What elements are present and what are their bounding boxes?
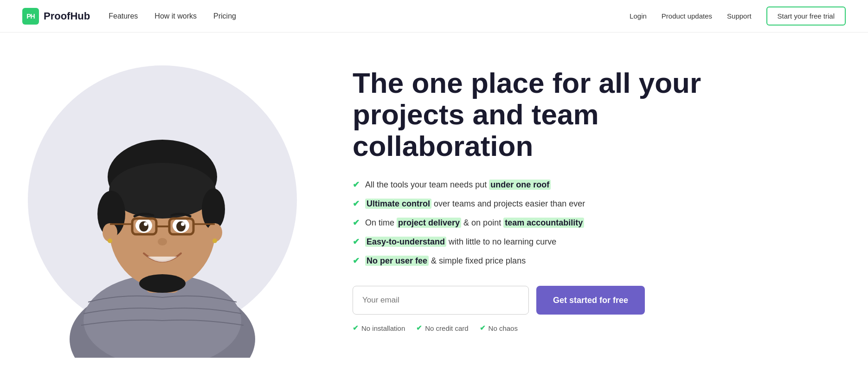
check-icon: ✔ <box>480 324 486 332</box>
support-link[interactable]: Support <box>727 12 752 20</box>
no-chaos-label: No chaos <box>489 324 518 332</box>
cta-area: Get started for free <box>353 286 705 315</box>
site-header: PH ProofHub Features How it works Pricin… <box>0 0 868 32</box>
logo-link[interactable]: PH ProofHub <box>22 8 90 25</box>
no-credit-card-item: ✔ No credit card <box>416 324 468 332</box>
svg-point-15 <box>181 222 185 226</box>
feature-list: ✔ All the tools your team needs put unde… <box>353 179 705 267</box>
no-credit-label: No credit card <box>425 324 468 332</box>
check-icon: ✔ <box>416 324 422 332</box>
hero-text-area: The one place for all your projects and … <box>325 39 742 361</box>
highlight-3a: project delivery <box>397 218 461 228</box>
nav-link-how-it-works[interactable]: How it works <box>154 12 197 20</box>
nav-link-features[interactable]: Features <box>109 12 138 20</box>
highlight-1: under one roof <box>489 180 551 190</box>
check-icon: ✔ <box>353 255 360 267</box>
svg-point-13 <box>176 221 186 232</box>
list-item: ✔ Easy-to-understand with little to no l… <box>353 236 705 248</box>
check-icon: ✔ <box>353 217 360 229</box>
email-input[interactable] <box>353 286 529 315</box>
check-icon: ✔ <box>353 236 360 248</box>
svg-point-23 <box>212 238 217 243</box>
start-trial-button[interactable]: Start your free trial <box>766 6 846 26</box>
list-item: ✔ On time project delivery & on point te… <box>353 217 705 229</box>
highlight-2: Ultimate control <box>365 199 431 209</box>
logo-name: ProofHub <box>44 10 90 22</box>
highlight-3b: team accountability <box>503 218 584 228</box>
highlight-4: Easy-to-understand <box>365 237 446 247</box>
no-install-row: ✔ No installation ✔ No credit card ✔ No … <box>353 324 705 332</box>
hero-person-illustration <box>51 61 274 358</box>
main-content: The one place for all your projects and … <box>0 32 868 367</box>
primary-nav: Features How it works Pricing <box>109 12 236 20</box>
nav-item-features[interactable]: Features <box>109 12 138 20</box>
login-link[interactable]: Login <box>630 12 647 20</box>
nav-item-pricing[interactable]: Pricing <box>213 12 236 20</box>
no-chaos-item: ✔ No chaos <box>480 324 518 332</box>
check-icon: ✔ <box>353 324 359 332</box>
logo-icon: PH <box>22 8 39 25</box>
hero-person <box>32 42 292 358</box>
list-item: ✔ Ultimate control over teams and projec… <box>353 198 705 210</box>
hero-image-area <box>0 32 325 367</box>
list-item: ✔ No per user fee & simple fixed price p… <box>353 255 705 267</box>
check-icon: ✔ <box>353 198 360 210</box>
svg-point-24 <box>139 274 186 293</box>
check-icon: ✔ <box>353 179 360 191</box>
no-installation-item: ✔ No installation <box>353 324 405 332</box>
nav-link-pricing[interactable]: Pricing <box>213 12 236 20</box>
no-installation-label: No installation <box>361 324 405 332</box>
get-started-button[interactable]: Get started for free <box>536 286 645 315</box>
nav-item-how-it-works[interactable]: How it works <box>154 12 197 20</box>
svg-point-14 <box>144 222 148 226</box>
header-right: Login Product updates Support Start your… <box>630 6 846 26</box>
highlight-5: No per user fee <box>365 256 429 266</box>
svg-point-12 <box>139 221 148 232</box>
product-updates-link[interactable]: Product updates <box>662 12 712 20</box>
svg-point-21 <box>158 238 167 245</box>
svg-point-22 <box>108 238 112 243</box>
hero-title: The one place for all your projects and … <box>353 67 705 162</box>
list-item: ✔ All the tools your team needs put unde… <box>353 179 705 191</box>
